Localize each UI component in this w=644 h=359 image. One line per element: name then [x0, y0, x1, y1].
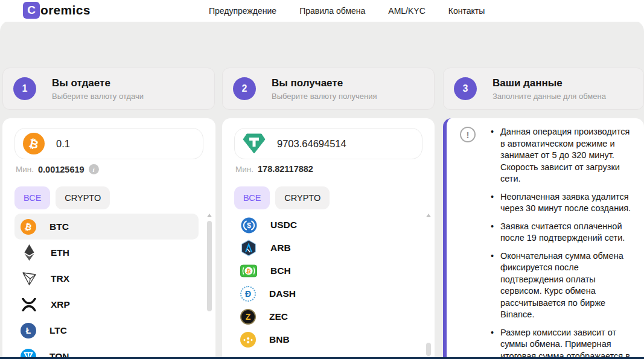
step-title: Ваши данные: [493, 77, 606, 89]
info-bullet: Данная операция производится в автоматич…: [490, 126, 634, 185]
step-subtitle: Выберите валюту получения: [272, 92, 377, 101]
currency-row-eth[interactable]: ETH: [14, 240, 199, 265]
brand-logo-text: oremics: [40, 3, 91, 17]
step-card-give: 1 Вы отдаете Выберите валюту отдачи: [2, 68, 215, 110]
btc-icon: ₿: [23, 133, 45, 154]
info-icon[interactable]: i: [89, 164, 99, 174]
main-nav: Предупреждение Правила обмена AML/KYC Ко…: [209, 0, 485, 22]
brand-logo[interactable]: C oremics: [23, 2, 91, 19]
currency-row-bch[interactable]: ₿ BCH: [234, 259, 418, 282]
step-number-badge: 3: [454, 77, 477, 100]
receive-list-scrollbar[interactable]: [426, 214, 431, 357]
warning-icon: !: [460, 127, 476, 142]
scrollbar-thumb[interactable]: [207, 221, 212, 311]
usdt-icon: [243, 133, 266, 154]
min-label: Мин.: [235, 165, 253, 174]
nav-link-rules[interactable]: Правила обмена: [299, 6, 365, 16]
info-bullet: Размер комиссии зависит от суммы обмена.…: [490, 327, 634, 359]
receive-amount-input[interactable]: [277, 138, 398, 150]
receive-min-value: 178.82117882: [258, 164, 313, 174]
give-list-scrollbar[interactable]: [207, 214, 212, 357]
xrp-icon: [21, 296, 37, 313]
step-card-details: 3 Ваши данные Заполните данные для обмен…: [443, 68, 644, 110]
info-bullet: Неоплаченная заявка удалится через 30 ми…: [490, 191, 634, 215]
scroll-up-icon[interactable]: [426, 214, 431, 217]
scroll-up-icon[interactable]: [207, 214, 212, 217]
give-min-row: Мин. 0.00125619 i: [16, 164, 99, 174]
step-subtitle: Заполните данные для обмена: [493, 92, 606, 101]
give-amount-box: ₿: [14, 128, 203, 159]
svg-text:$: $: [247, 221, 251, 230]
arb-icon: [240, 240, 257, 256]
currency-row-trx[interactable]: TRX: [14, 265, 199, 291]
usdc-icon: $: [240, 217, 257, 234]
step-number-badge: 2: [233, 77, 256, 100]
eth-icon: [21, 244, 37, 261]
step-title: Вы получаете: [272, 77, 377, 89]
currency-row-ltc[interactable]: Ł LTC: [14, 317, 199, 343]
give-currency-list: ₿ BTC ETH TRX: [14, 214, 199, 359]
give-filter-tabs: ВСЕ CRYPTO: [14, 186, 110, 209]
trx-icon: [21, 270, 37, 287]
tab-crypto[interactable]: CRYPTO: [275, 186, 330, 209]
bch-icon: ₿: [240, 262, 257, 279]
dash-icon: Ð: [240, 286, 256, 302]
zec-icon: Z: [240, 309, 256, 325]
give-min-value: 0.00125619: [38, 165, 84, 174]
info-bullet: Заявка считается оплаченной после 19 под…: [490, 221, 634, 244]
give-panel: ₿ Мин. 0.00125619 i ВСЕ CRYPTO ₿ BTC: [2, 118, 215, 357]
tab-crypto[interactable]: CRYPTO: [56, 186, 110, 209]
receive-panel: Мин. 178.82117882 ВСЕ CRYPTO $ USDC: [222, 118, 435, 357]
step-title: Вы отдаете: [52, 77, 144, 89]
nav-link-warning[interactable]: Предупреждение: [209, 6, 276, 16]
receive-min-row: Мин. 178.82117882: [235, 164, 313, 174]
currency-row-bnb[interactable]: BNB: [234, 328, 418, 351]
receive-filter-tabs: ВСЕ CRYPTO: [234, 186, 330, 209]
currency-row-usdc[interactable]: $ USDC: [234, 214, 418, 237]
currency-row-xrp[interactable]: XRP: [14, 291, 199, 317]
btc-icon: ₿: [21, 219, 36, 235]
currency-row-zec[interactable]: Z ZEC: [234, 305, 418, 328]
min-label: Мин.: [16, 165, 34, 174]
step-subtitle: Выберите валюту отдачи: [52, 92, 144, 101]
receive-amount-box: [234, 128, 422, 159]
info-bullet: Окончательная сумма обмена фиксируется п…: [490, 250, 634, 321]
receive-currency-list: $ USDC ARB: [234, 214, 418, 351]
scrollbar-thumb[interactable]: [426, 343, 431, 356]
top-header: C oremics Предупреждение Правила обмена …: [0, 0, 644, 22]
tab-all[interactable]: ВСЕ: [234, 186, 270, 209]
exchange-page: C oremics Предупреждение Правила обмена …: [0, 0, 644, 359]
tab-all[interactable]: ВСЕ: [14, 186, 50, 209]
step-card-receive: 2 Вы получаете Выберите валюту получения: [222, 68, 435, 110]
currency-row-dash[interactable]: Ð DASH: [234, 282, 418, 305]
details-panel: ! Данная операция производится в автомат…: [443, 118, 644, 357]
info-bullet-list: Данная операция производится в автоматич…: [490, 126, 634, 359]
give-amount-input[interactable]: [56, 138, 177, 150]
ltc-icon: Ł: [21, 323, 36, 338]
brand-logo-icon: C: [23, 2, 40, 19]
step-number-badge: 1: [13, 77, 36, 100]
bnb-icon: [240, 332, 256, 348]
currency-row-arb[interactable]: ARB: [234, 237, 418, 259]
nav-link-amlkyc[interactable]: AML/KYC: [388, 6, 425, 16]
nav-link-contacts[interactable]: Контакты: [448, 6, 485, 16]
currency-row-btc[interactable]: ₿ BTC: [14, 214, 199, 240]
